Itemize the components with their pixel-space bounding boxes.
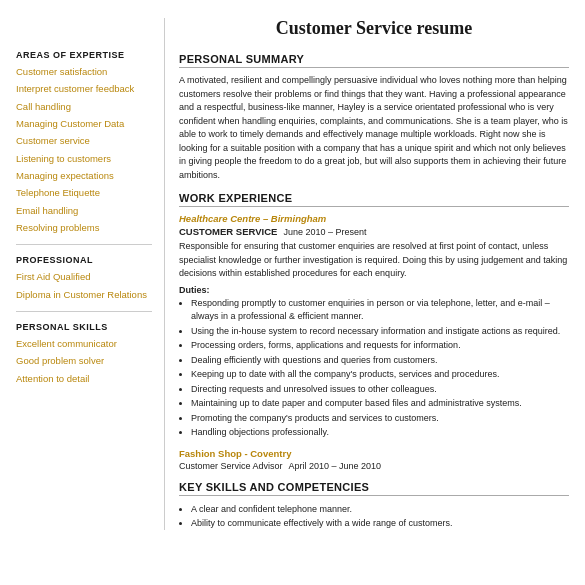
personal-summary-heading: PERSONAL SUMMARY (179, 53, 569, 68)
duties-label: Duties: (179, 285, 569, 295)
professional-title: PROFESSIONAL (16, 255, 152, 265)
duty-item: Keeping up to date with all the company'… (191, 368, 569, 382)
duty-item: Handling objections professionally. (191, 426, 569, 440)
duty-item: Maintaining up to date paper and compute… (191, 397, 569, 411)
sidebar-link[interactable]: Customer satisfaction (16, 66, 152, 78)
key-skill-item: Ability to communicate effectively with … (191, 516, 569, 530)
work-experience-heading: WORK EXPERIENCE (179, 192, 569, 207)
sidebar-link[interactable]: Listening to customers (16, 153, 152, 165)
key-skill-item: A clear and confident telephone manner. (191, 502, 569, 516)
sidebar-link[interactable]: Managing expectations (16, 170, 152, 182)
sidebar-link[interactable]: Call handling (16, 101, 152, 113)
duty-item: Dealing efficiently with questions and q… (191, 354, 569, 368)
personal-skill-link[interactable]: Attention to detail (16, 373, 152, 385)
personal-skill-link[interactable]: Good problem solver (16, 355, 152, 367)
sidebar-link[interactable]: Email handling (16, 205, 152, 217)
job1-place: Healthcare Centre – Birmingham (179, 213, 569, 224)
sidebar-link[interactable]: Customer service (16, 135, 152, 147)
job1-date: June 2010 – Present (283, 227, 366, 237)
professional-link[interactable]: First Aid Qualified (16, 271, 152, 283)
duty-item: Promoting the company's products and ser… (191, 412, 569, 426)
job1-title: CUSTOMER SERVICE (179, 226, 277, 237)
page: AREAS OF EXPERTISE Customer satisfaction… (0, 0, 585, 548)
duties-list: Responding promptly to customer enquirie… (191, 297, 569, 440)
personal-skills-title: PERSONAL SKILLS (16, 322, 152, 332)
professional-links-list: First Aid QualifiedDiploma in Customer R… (16, 271, 152, 301)
job1-desc: Responsible for ensuring that customer e… (179, 240, 569, 281)
sidebar-link[interactable]: Resolving problems (16, 222, 152, 234)
job2-place: Fashion Shop - Coventry (179, 448, 569, 459)
sidebar-link[interactable]: Telephone Etiquette (16, 187, 152, 199)
job2-title: Customer Service Advisor (179, 461, 283, 471)
sidebar-divider-2 (16, 311, 152, 312)
job2-title-line: Customer Service Advisor April 2010 – Ju… (179, 461, 569, 471)
sidebar: AREAS OF EXPERTISE Customer satisfaction… (16, 18, 164, 530)
professional-link[interactable]: Diploma in Customer Relations (16, 289, 152, 301)
duty-item: Processing orders, forms, applications a… (191, 339, 569, 353)
sidebar-link[interactable]: Interpret customer feedback (16, 83, 152, 95)
sidebar-divider-1 (16, 244, 152, 245)
areas-of-expertise-title: AREAS OF EXPERTISE (16, 50, 152, 60)
personal-skills-links-list: Excellent communicatorGood problem solve… (16, 338, 152, 385)
duty-item: Responding promptly to customer enquirie… (191, 297, 569, 324)
personal-summary-text: A motivated, resilient and compellingly … (179, 74, 569, 182)
sidebar-link[interactable]: Managing Customer Data (16, 118, 152, 130)
personal-skill-link[interactable]: Excellent communicator (16, 338, 152, 350)
main-content: Customer Service resume PERSONAL SUMMARY… (164, 18, 569, 530)
job1-title-line: CUSTOMER SERVICE June 2010 – Present (179, 226, 569, 237)
duty-item: Directing requests and unresolved issues… (191, 383, 569, 397)
job2-date: April 2010 – June 2010 (289, 461, 382, 471)
resume-title: Customer Service resume (179, 18, 569, 39)
key-skills-heading: KEY SKILLS AND COMPETENCIES (179, 481, 569, 496)
key-skills-list: A clear and confident telephone manner.A… (191, 502, 569, 531)
duty-item: Using the in-house system to record nece… (191, 325, 569, 339)
areas-links-list: Customer satisfactionInterpret customer … (16, 66, 152, 234)
